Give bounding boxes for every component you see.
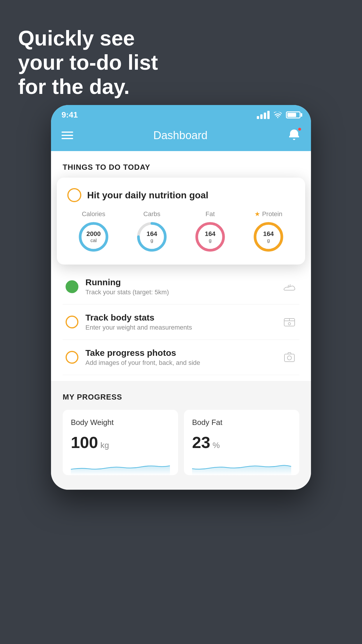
progress-card-fat[interactable]: Body Fat 23 % bbox=[184, 410, 299, 475]
carbs-value: 164 g bbox=[147, 230, 157, 244]
progress-cards: Body Weight 100 kg bbox=[63, 410, 299, 475]
progress-section: MY PROGRESS Body Weight 100 kg bbox=[51, 381, 311, 490]
svg-rect-12 bbox=[284, 354, 294, 362]
battery-icon bbox=[286, 111, 301, 118]
hero-text: Quickly see your to-do list for the day. bbox=[18, 26, 158, 99]
notification-bell[interactable] bbox=[288, 128, 301, 142]
wifi-icon bbox=[273, 112, 282, 118]
hero-line1: Quickly see bbox=[18, 26, 158, 50]
todo-item-running[interactable]: Running Track your stats (target: 5km) bbox=[63, 269, 299, 304]
todo-name-body-stats: Track body stats bbox=[85, 313, 275, 323]
carbs-label: Carbs bbox=[143, 210, 161, 218]
todo-text-photos: Take progress photos Add images of your … bbox=[85, 348, 275, 367]
svg-point-13 bbox=[287, 356, 291, 360]
fat-sparkline bbox=[192, 458, 291, 475]
star-icon: ★ bbox=[254, 210, 260, 218]
hero-line3: for the day. bbox=[18, 75, 158, 99]
weight-sparkline bbox=[71, 458, 170, 475]
nutrition-item-fat: Fat 164 g bbox=[184, 210, 236, 253]
todo-circle-body-stats bbox=[66, 316, 78, 328]
todo-text-body-stats: Track body stats Enter your weight and m… bbox=[85, 313, 275, 331]
app-header: Dashboard bbox=[51, 123, 311, 151]
things-to-do-title: THINGS TO DO TODAY bbox=[63, 163, 299, 172]
fat-value-container: 23 % bbox=[192, 433, 291, 452]
todo-item-body-stats[interactable]: Track body stats Enter your weight and m… bbox=[63, 304, 299, 340]
time: 9:41 bbox=[61, 110, 78, 120]
todo-sub-running: Track your stats (target: 5km) bbox=[85, 288, 275, 296]
fat-value: 164 g bbox=[205, 230, 216, 244]
nutrition-item-calories: Calories 2000 cal bbox=[67, 210, 120, 253]
phone-mockup: 9:41 Dashboard bbox=[51, 105, 311, 490]
todo-sub-body-stats: Enter your weight and measurements bbox=[85, 324, 275, 331]
signal-icon bbox=[257, 111, 270, 119]
todo-circle-running bbox=[66, 280, 78, 293]
weight-unit: kg bbox=[100, 441, 109, 450]
fat-num: 23 bbox=[192, 433, 210, 452]
protein-value: 164 g bbox=[263, 230, 274, 244]
fat-unit: % bbox=[212, 441, 220, 450]
carbs-ring: 164 g bbox=[136, 221, 168, 253]
todo-circle-nutrition bbox=[67, 188, 81, 202]
header-title: Dashboard bbox=[153, 129, 208, 142]
status-icons bbox=[257, 111, 301, 119]
nutrition-card-title: Hit your daily nutrition goal bbox=[87, 190, 208, 201]
main-content: THINGS TO DO TODAY Hit your daily nutrit… bbox=[51, 151, 311, 381]
todo-sub-photos: Add images of your front, back, and side bbox=[85, 359, 275, 367]
calories-ring: 2000 cal bbox=[78, 221, 110, 253]
nutrition-grid: Calories 2000 cal Carbs bbox=[67, 210, 295, 253]
menu-button[interactable] bbox=[61, 132, 73, 139]
todo-text-running: Running Track your stats (target: 5km) bbox=[85, 277, 275, 296]
nutrition-card: Hit your daily nutrition goal Calories 2… bbox=[57, 178, 305, 265]
fat-label: Fat bbox=[205, 210, 215, 218]
photo-icon bbox=[282, 350, 296, 364]
nutrition-item-carbs: Carbs 164 g bbox=[126, 210, 178, 253]
card-header: Hit your daily nutrition goal bbox=[67, 188, 295, 202]
calories-label: Calories bbox=[82, 210, 106, 218]
todo-name-running: Running bbox=[85, 277, 275, 287]
calories-value: 2000 cal bbox=[87, 230, 101, 244]
progress-card-weight[interactable]: Body Weight 100 kg bbox=[63, 410, 178, 475]
protein-ring: 164 g bbox=[252, 221, 284, 253]
weight-num: 100 bbox=[71, 433, 98, 452]
protein-label: ★ Protein bbox=[254, 210, 282, 218]
todo-item-photos[interactable]: Take progress photos Add images of your … bbox=[63, 340, 299, 375]
scale-icon bbox=[282, 315, 296, 329]
shoe-icon bbox=[282, 280, 296, 294]
fat-ring: 164 g bbox=[194, 221, 226, 253]
svg-point-11 bbox=[288, 323, 291, 325]
nutrition-item-protein: ★ Protein 164 g bbox=[242, 210, 295, 253]
status-bar: 9:41 bbox=[51, 105, 311, 123]
notification-dot bbox=[298, 127, 302, 131]
todo-circle-photos bbox=[66, 351, 78, 364]
progress-title: MY PROGRESS bbox=[63, 393, 299, 402]
weight-card-title: Body Weight bbox=[71, 418, 170, 427]
weight-value-container: 100 kg bbox=[71, 433, 170, 452]
fat-card-title: Body Fat bbox=[192, 418, 291, 427]
todo-list: Running Track your stats (target: 5km) T… bbox=[63, 269, 299, 375]
todo-name-photos: Take progress photos bbox=[85, 348, 275, 358]
hero-line2: your to-do list bbox=[18, 50, 158, 75]
